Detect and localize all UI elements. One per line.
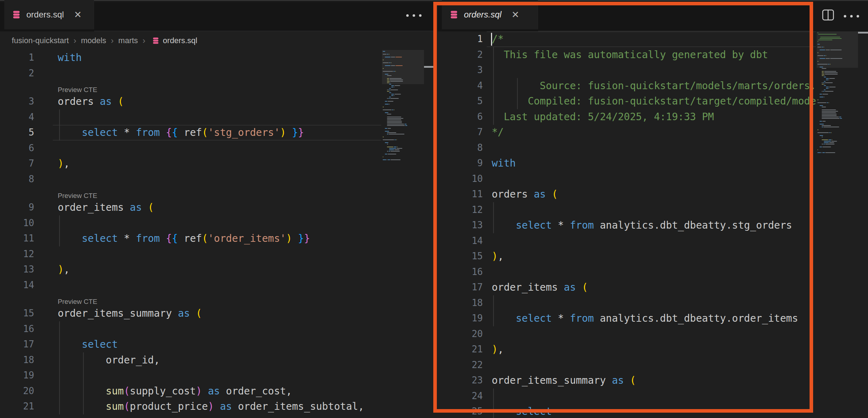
- code-text: with: [58, 50, 82, 66]
- codelens: Preview CTE: [0, 187, 381, 200]
- code-line[interactable]: 5 Compiled: fusion-quickstart/target/com…: [434, 93, 816, 109]
- code-line[interactable]: 8: [0, 172, 381, 187]
- minimap-content: [383, 51, 424, 160]
- breadcrumb-item-marts[interactable]: marts: [118, 36, 138, 45]
- code-line[interactable]: 16: [434, 264, 816, 280]
- breadcrumb-item-project[interactable]: fusion-quickstart: [12, 36, 69, 45]
- code-line[interactable]: 14: [434, 233, 816, 249]
- code-text: ),: [492, 342, 504, 357]
- code-line[interactable]: 7),: [0, 156, 381, 172]
- code-line[interactable]: 2: [0, 66, 381, 81]
- code-text: */: [492, 124, 504, 140]
- tab-orders-sql[interactable]: orders.sql ✕: [4, 0, 94, 29]
- compiled-code-editor[interactable]: 1/*2 This file was automatically generat…: [434, 31, 816, 418]
- code-text: select * from {{ ref('order_items') }}: [58, 231, 310, 246]
- code-line[interactable]: 15),: [434, 249, 816, 264]
- more-actions-icon[interactable]: [844, 15, 859, 17]
- overview-ruler: [858, 31, 868, 418]
- code-line[interactable]: 4: [0, 109, 381, 125]
- code-line[interactable]: 3orders as (: [0, 94, 381, 109]
- codelens-preview-cte[interactable]: Preview CTE: [58, 298, 97, 306]
- database-icon: [12, 10, 21, 19]
- code-text: sum(supply_cost) as order_cost,: [58, 383, 292, 399]
- code-line[interactable]: 13 select * from analytics.dbt_dbeatty.s…: [434, 218, 816, 233]
- line-number: 12: [0, 246, 34, 262]
- line-number: 9: [0, 200, 34, 215]
- breadcrumb-item-file[interactable]: orders.sql: [163, 36, 197, 45]
- code-line[interactable]: 4 Source: fusion-quickstart/models/marts…: [434, 78, 816, 94]
- code-line[interactable]: 1/*: [434, 31, 816, 47]
- vscode-window: orders.sql ✕ fusion-quickstart › models …: [0, 0, 868, 418]
- line-number: 9: [434, 156, 483, 171]
- code-line[interactable]: 21),: [434, 342, 816, 357]
- line-number: 5: [434, 93, 483, 109]
- code-line[interactable]: 10: [434, 171, 816, 187]
- tab-label: orders.sql: [26, 10, 64, 20]
- code-line[interactable]: 19: [0, 368, 381, 383]
- code-line[interactable]: 15order_items_summary as (: [0, 306, 381, 321]
- code-line[interactable]: 21 sum(product_price) as order_items_sub…: [0, 399, 381, 414]
- code-line[interactable]: 12: [0, 246, 381, 262]
- line-number: 16: [434, 264, 483, 280]
- line-number: 23: [434, 373, 483, 388]
- code-line[interactable]: 7*/: [434, 124, 816, 140]
- code-line[interactable]: 6: [0, 141, 381, 156]
- line-number: 22: [434, 357, 483, 373]
- code-line[interactable]: 10: [0, 215, 381, 231]
- line-number: 19: [434, 311, 483, 326]
- line-number: 1: [0, 50, 34, 66]
- code-line[interactable]: 18: [434, 295, 816, 311]
- code-line[interactable]: 11 select * from {{ ref('order_items') }…: [0, 231, 381, 246]
- line-number: 12: [434, 202, 483, 218]
- source-code-editor[interactable]: 1with2Preview CTE3orders as (45 select *…: [0, 50, 381, 418]
- minimap[interactable]: [817, 31, 858, 418]
- line-number: 24: [434, 388, 483, 404]
- code-line[interactable]: 3: [434, 62, 816, 78]
- breadcrumb: fusion-quickstart › models › marts › ord…: [0, 31, 434, 50]
- close-icon[interactable]: ✕: [511, 9, 519, 20]
- line-number: 4: [0, 109, 34, 125]
- close-icon[interactable]: ✕: [74, 9, 82, 20]
- line-number: 13: [434, 218, 483, 233]
- code-line[interactable]: 13),: [0, 262, 381, 277]
- codelens-preview-cte[interactable]: Preview CTE: [58, 192, 97, 200]
- code-line[interactable]: 6 Last updated: 5/24/2025, 4:19:33 PM: [434, 109, 816, 125]
- line-number: 7: [0, 156, 34, 172]
- line-number: 20: [434, 326, 483, 342]
- code-line[interactable]: 22: [434, 357, 816, 373]
- code-line[interactable]: 18 order_id,: [0, 352, 381, 368]
- code-text: This file was automatically generated by…: [492, 47, 768, 63]
- breadcrumb-item-models[interactable]: models: [81, 36, 106, 45]
- code-line[interactable]: 8: [434, 140, 816, 156]
- code-line[interactable]: 23order_items_summary as (: [434, 373, 816, 388]
- code-line[interactable]: 1with: [0, 50, 381, 66]
- code-line[interactable]: 9order_items as (: [0, 200, 381, 215]
- minimap[interactable]: [382, 50, 424, 418]
- code-line[interactable]: 2 This file was automatically generated …: [434, 47, 816, 63]
- code-line[interactable]: 5 select * from {{ ref('stg_orders') }}: [0, 125, 381, 141]
- line-number: 21: [0, 399, 34, 414]
- code-text: select: [58, 337, 118, 352]
- split-editor-icon[interactable]: [822, 9, 835, 21]
- code-line[interactable]: 16: [0, 321, 381, 337]
- more-actions-icon[interactable]: [406, 14, 422, 17]
- code-line[interactable]: 14: [0, 277, 381, 293]
- tab-orders-sql-preview[interactable]: orders.sql ✕: [442, 0, 538, 29]
- indent-guide: [493, 295, 494, 326]
- code-line[interactable]: 17order_items as (: [434, 280, 816, 295]
- codelens: Preview CTE: [0, 81, 381, 94]
- code-line[interactable]: 9with: [434, 156, 816, 171]
- code-line[interactable]: 25 select: [434, 404, 816, 418]
- code-line[interactable]: 12: [434, 202, 816, 218]
- code-line[interactable]: 11orders as (: [434, 187, 816, 202]
- code-line[interactable]: 19 select * from analytics.dbt_dbeatty.o…: [434, 311, 816, 326]
- line-number: 17: [0, 337, 34, 352]
- code-line[interactable]: 20 sum(supply_cost) as order_cost,: [0, 383, 381, 399]
- code-line[interactable]: 24: [434, 388, 816, 404]
- code-line[interactable]: 17 select: [0, 337, 381, 352]
- line-number: 10: [0, 215, 34, 231]
- indent-guide: [59, 215, 60, 246]
- codelens-preview-cte[interactable]: Preview CTE: [58, 86, 97, 94]
- code-line[interactable]: 20: [434, 326, 816, 342]
- line-number: 18: [434, 295, 483, 311]
